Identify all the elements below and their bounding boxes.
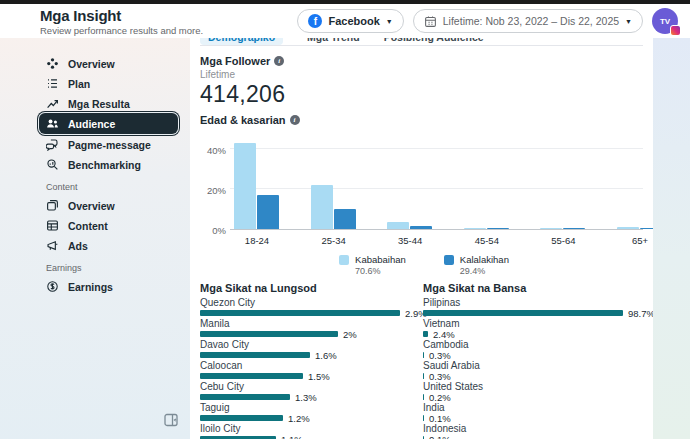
country-row-bar-line: 0.3%: [423, 373, 636, 379]
info-icon[interactable]: i: [274, 56, 284, 66]
avatar[interactable]: TV: [652, 8, 678, 34]
country-row-bar: [423, 373, 424, 379]
top-cities-section: Mga Sikat na Lungsod Quezon City2.9%Mani…: [200, 282, 413, 439]
city-row-value: 1.1%: [281, 434, 303, 439]
sidebar-item-content[interactable]: Content: [39, 216, 178, 235]
date-range-button[interactable]: Lifetime: Nob 23, 2022 – Dis 22, 2025 ▼: [413, 9, 643, 33]
city-row-bar-line: 2%: [200, 331, 413, 337]
legend-total: 29.4%: [460, 266, 509, 276]
bar-25-34-kababaihan: [311, 185, 333, 229]
city-row-label: Caloocan: [200, 360, 413, 371]
info-icon[interactable]: i: [290, 115, 300, 125]
city-row-bar: [200, 352, 310, 358]
x-axis-tick: 35-44: [380, 235, 440, 246]
country-row-bar: [423, 352, 424, 358]
sidebar-item-label: Overview: [68, 58, 115, 70]
country-row-label: Cambodia: [423, 339, 636, 350]
sidebar-item-label: Plan: [68, 78, 90, 90]
legend-text: Kalalakihan29.4%: [460, 254, 509, 276]
chevron-down-icon: ▼: [386, 18, 393, 25]
sidebar-item-label: Benchmarking: [68, 159, 141, 171]
sidebar-item-label: Audience: [68, 118, 115, 130]
country-row-label: Pilipinas: [423, 297, 636, 308]
city-row-value: 2%: [343, 329, 357, 340]
country-row-label: United States: [423, 381, 636, 392]
x-axis-tick: 25-34: [304, 235, 364, 246]
earnings-icon: [46, 280, 59, 293]
account-switcher-button[interactable]: f Facebook ▼: [297, 9, 403, 33]
chevron-down-icon: ▼: [625, 18, 632, 25]
plan-icon: [46, 77, 59, 90]
sidebar-item-benchmarking[interactable]: Benchmarking: [39, 155, 178, 174]
gridline: [230, 148, 643, 149]
bar-18-24-kababaihan: [234, 143, 256, 229]
city-row: Cebu City1.3%: [200, 381, 413, 400]
city-row-value: 1.3%: [295, 392, 317, 403]
city-row-bar-line: 2.9%: [200, 310, 413, 316]
country-row-value: 0.2%: [429, 392, 451, 403]
page-subtitle: Review performance results and more.: [40, 25, 203, 36]
city-row: Taguig1.2%: [200, 402, 413, 421]
legend-item-kalalakihan: Kalalakihan29.4%: [444, 254, 509, 276]
sidebar-item-plan[interactable]: Plan: [39, 74, 178, 93]
sidebar: OverviewPlanMga ResultaAudiencePagme-mes…: [0, 38, 190, 439]
country-row-bar: [423, 394, 424, 400]
followers-metric-period: Lifetime: [200, 69, 653, 80]
country-row-bar-line: 0.1%: [423, 415, 636, 421]
country-row: Pilipinas98.7%: [423, 297, 636, 316]
audience-icon: [46, 117, 59, 130]
top-cities-title: Mga Sikat na Lungsod: [200, 282, 413, 294]
country-row: Vietnam2.4%: [423, 318, 636, 337]
account-switcher-label: Facebook: [328, 15, 379, 27]
legend-name: Kalalakihan: [460, 254, 509, 265]
sidebar-item-ads[interactable]: Ads: [39, 236, 178, 255]
country-row-bar: [423, 331, 428, 337]
bar-65--kababaihan: [617, 227, 639, 229]
city-row-value: 1.6%: [315, 350, 337, 361]
sidebar-item-label: Mga Resulta: [68, 98, 130, 110]
city-row-label: Iloilo City: [200, 423, 413, 434]
country-row-label: India: [423, 402, 636, 413]
country-row-label: Saudi Arabia: [423, 360, 636, 371]
chart-plot-area: [230, 134, 643, 230]
city-row: Quezon City2.9%: [200, 297, 413, 316]
chart-legend: Kababaihan70.6%Kalalakihan29.4%: [200, 254, 648, 276]
city-row-bar: [200, 373, 303, 379]
followers-metric-value: 414,206: [200, 82, 653, 106]
top-countries-title: Mga Sikat na Bansa: [423, 282, 636, 294]
country-row: Indonesia0.1%: [423, 423, 636, 439]
country-row: Saudi Arabia0.3%: [423, 360, 636, 379]
x-axis-tick: 18-24: [227, 235, 287, 246]
bar-55-64-kalalakihan: [563, 228, 585, 229]
y-axis-tick: 0%: [200, 225, 226, 236]
collapse-sidebar-button[interactable]: [163, 412, 179, 428]
sidebar-item-pagme-message[interactable]: Pagme-message: [39, 135, 178, 154]
sidebar-item-overview[interactable]: Overview: [39, 54, 178, 73]
country-row: Cambodia0.3%: [423, 339, 636, 358]
city-row-bar-line: 1.5%: [200, 373, 413, 379]
bar-25-34-kalalakihan: [334, 209, 356, 229]
legend-name: Kababaihan: [355, 254, 406, 265]
date-range-label: Lifetime: Nob 23, 2022 – Dis 22, 2025: [443, 15, 619, 27]
sidebar-item-audience[interactable]: Audience: [39, 113, 178, 134]
sidebar-item-earnings[interactable]: Earnings: [39, 277, 178, 296]
bar-35-44-kalalakihan: [410, 226, 432, 229]
messages-icon: [46, 138, 59, 151]
country-row-bar-line: 0.3%: [423, 352, 636, 358]
benchmarking-icon: [46, 158, 59, 171]
sidebar-item-label: Earnings: [68, 281, 113, 293]
country-row-bar-line: 0.2%: [423, 394, 636, 400]
bar-45-54-kababaihan: [464, 228, 486, 229]
sidebar-item-overview[interactable]: Overview: [39, 196, 178, 215]
city-row: Davao City1.6%: [200, 339, 413, 358]
city-row-label: Cebu City: [200, 381, 413, 392]
header-controls: f Facebook ▼ Lifetime: Nob 23, 2022 – Di…: [297, 8, 678, 34]
bar-55-64-kababaihan: [540, 228, 562, 229]
page-background-gradient: [653, 38, 690, 439]
age-gender-chart: 0%20%40%18-2425-3435-4445-5455-6465+: [200, 134, 648, 252]
age-gender-chart-title: Edad & kasarian: [200, 114, 286, 126]
gridline: [230, 188, 643, 189]
bar-45-54-kalalakihan: [487, 228, 509, 229]
city-row-bar: [200, 415, 283, 421]
sidebar-item-mga-resulta[interactable]: Mga Resulta: [39, 94, 178, 113]
